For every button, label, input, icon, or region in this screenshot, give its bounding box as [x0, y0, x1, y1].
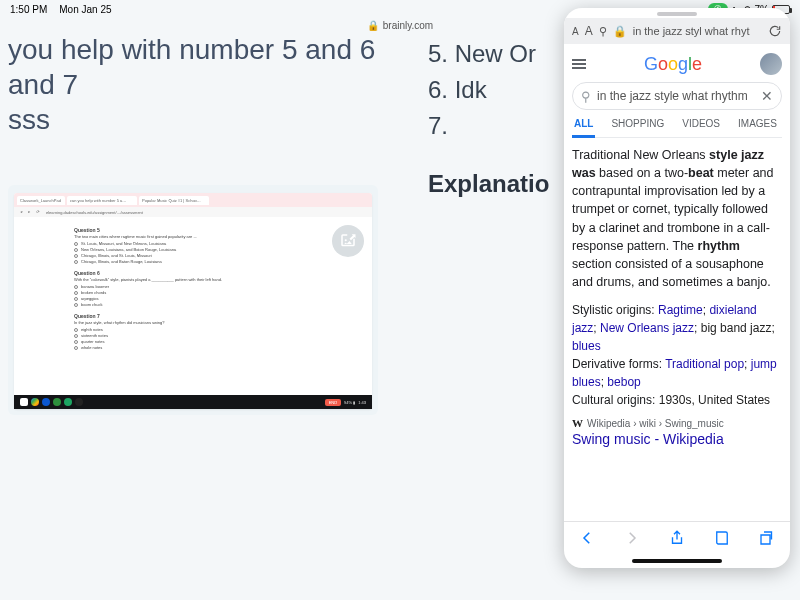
tab-all[interactable]: ALL — [572, 118, 595, 138]
link-ragtime[interactable]: Ragtime — [658, 303, 703, 317]
share-button[interactable] — [668, 529, 686, 551]
mini-chromeos-shelf: END 94% ▮ 1:43 — [14, 395, 372, 409]
text-size-large-icon[interactable]: A — [585, 24, 593, 38]
mini-q5-head: Question 5 — [74, 227, 312, 233]
back-button[interactable] — [578, 529, 596, 551]
mini-tab: Popular Music Quiz #1 | Schoo… — [139, 196, 209, 205]
mini-tab: can you help with number 5 a… — [67, 196, 137, 205]
clear-search-icon[interactable]: ✕ — [761, 88, 773, 104]
link-blues[interactable]: blues — [572, 339, 601, 353]
bookmarks-button[interactable] — [713, 529, 731, 551]
search-query-text: in the jazz style what rhythm — [597, 89, 755, 103]
result-title-link[interactable]: Swing music - Wikipedia — [572, 431, 782, 447]
question-title-line2: sss — [8, 104, 50, 135]
slideover-url-text: in the jazz styl what rhyt — [633, 25, 762, 37]
mini-q6-head: Question 6 — [74, 270, 312, 276]
mini-url-text: elearning.dadeschools.edu/assignment/…/a… — [46, 210, 143, 215]
mini-browser-tabs: Classwork_LaunchPad can you help with nu… — [14, 193, 372, 207]
home-indicator[interactable] — [632, 559, 722, 563]
svg-point-0 — [345, 239, 347, 241]
brainly-question-pane: you help with number 5 and 6 and 7 sss C… — [0, 26, 414, 600]
slideover-grabber[interactable] — [657, 12, 697, 16]
wikipedia-icon: W — [572, 417, 583, 429]
safari-bottom-toolbar — [564, 521, 790, 557]
mini-q5-sub: The two main cities where ragtime music … — [74, 234, 312, 239]
forward-button — [623, 529, 641, 551]
slideover-address-bar[interactable]: AA ⚲ 🔒 in the jazz styl what rhyt — [564, 18, 790, 44]
slideover-safari-window[interactable]: AA ⚲ 🔒 in the jazz styl what rhyt Google… — [564, 8, 790, 568]
tabs-button[interactable] — [758, 529, 776, 551]
lock-icon: 🔒 — [613, 25, 627, 38]
google-result-tabs: ALL SHOPPING VIDEOS IMAGES — [572, 118, 782, 138]
question-title-line1: you help with number 5 and 6 and 7 — [8, 34, 375, 100]
mini-quiz-content: Question 5 The two main cities where rag… — [14, 217, 372, 395]
search-icon: ⚲ — [581, 89, 591, 104]
result-breadcrumb: W Wikipedia › wiki › Swing_music — [572, 417, 782, 429]
mini-url-bar: ◂▸⟳ elearning.dadeschools.edu/assignment… — [14, 207, 372, 217]
attached-screenshot[interactable]: Classwork_LaunchPad can you help with nu… — [8, 185, 378, 415]
link-tradpop[interactable]: Traditional pop — [665, 357, 744, 371]
hamburger-menu-icon[interactable] — [572, 59, 586, 69]
status-time: 1:50 PM — [10, 4, 47, 15]
image-overlay-icon — [332, 225, 364, 257]
reload-icon[interactable] — [768, 24, 782, 38]
link-bebop[interactable]: bebop — [607, 375, 640, 389]
text-size-small-icon[interactable]: A — [572, 26, 579, 37]
tab-images[interactable]: IMAGES — [736, 118, 779, 137]
mini-q6-sub: With the "cakewalk" style, pianists play… — [74, 277, 312, 282]
link-neworleans[interactable]: New Orleans jazz — [600, 321, 694, 335]
search-icon: ⚲ — [599, 25, 607, 38]
tab-shopping[interactable]: SHOPPING — [609, 118, 666, 137]
mini-tab: Classwork_LaunchPad — [17, 196, 65, 205]
end-call-chip: END — [325, 399, 341, 406]
featured-snippet: Traditional New Orleans style jazz was b… — [572, 146, 782, 291]
status-date: Mon Jan 25 — [59, 4, 111, 15]
google-logo[interactable]: Google — [644, 54, 702, 75]
question-title: you help with number 5 and 6 and 7 sss — [8, 32, 406, 137]
google-results-body: Google ⚲ in the jazz style what rhythm ✕… — [564, 44, 790, 521]
tab-videos[interactable]: VIDEOS — [680, 118, 722, 137]
mini-q7-sub: In the jazz style, what rhythm did music… — [74, 320, 312, 325]
mini-q7-head: Question 7 — [74, 313, 312, 319]
google-search-box[interactable]: ⚲ in the jazz style what rhythm ✕ — [572, 82, 782, 110]
account-avatar[interactable] — [760, 53, 782, 75]
snippet-metadata: Stylistic origins: Ragtime; dixieland ja… — [572, 301, 782, 409]
